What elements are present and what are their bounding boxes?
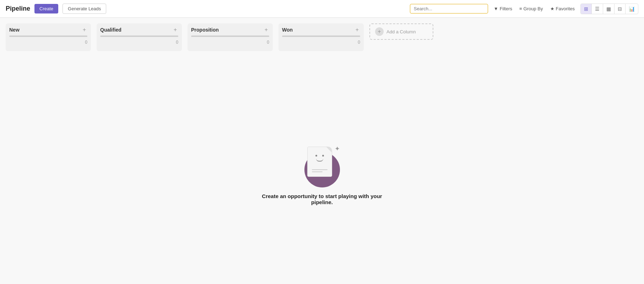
column-proposition-count: 0 <box>191 40 269 45</box>
column-won: Won + 0 <box>278 23 364 51</box>
group-by-label: Group By <box>524 6 543 11</box>
add-column-button[interactable]: + Add a Column <box>369 23 433 40</box>
column-new-header: New + <box>9 27 87 33</box>
column-new: New + 0 <box>6 23 91 51</box>
sparkle-icon: ✦ <box>335 145 340 153</box>
group-by-button[interactable]: ≡ Group By <box>516 4 546 13</box>
filters-button[interactable]: ▼ Filters <box>491 4 515 13</box>
empty-eyes <box>315 155 324 157</box>
topbar-right: ▼ Filters ≡ Group By ★ Favorites ⊞ ☰ ▦ <box>410 4 638 14</box>
empty-message: Create an opportunity to start playing w… <box>251 193 393 205</box>
generate-leads-button[interactable]: Generate Leads <box>63 4 106 14</box>
add-column-label: Add a Column <box>386 29 416 34</box>
filter-group: ▼ Filters ≡ Group By ★ Favorites <box>491 4 578 13</box>
column-proposition-title: Proposition <box>191 27 219 33</box>
main-content: New + 0 Qualified + 0 Proposition + <box>0 18 644 284</box>
empty-lines <box>312 169 328 172</box>
add-column-icon: + <box>375 27 384 36</box>
empty-line-1 <box>312 169 328 170</box>
create-button[interactable]: Create <box>34 4 58 13</box>
column-proposition-add-button[interactable]: + <box>263 27 269 33</box>
list-view-button[interactable]: ☰ <box>592 4 603 14</box>
topbar-left: Pipeline Create Generate Leads <box>6 4 106 14</box>
kanban-icon: ⊞ <box>584 6 588 12</box>
column-proposition-header: Proposition + <box>191 27 269 33</box>
empty-line-2 <box>312 171 323 172</box>
favorites-button[interactable]: ★ Favorites <box>547 4 578 13</box>
column-qualified-count: 0 <box>100 40 178 45</box>
empty-eye-right <box>322 155 324 157</box>
empty-doc <box>307 147 332 177</box>
group-icon: ≡ <box>519 6 522 11</box>
page-title: Pipeline <box>6 5 30 12</box>
empty-state: ✦ Create an opportunity to start playing… <box>251 145 393 205</box>
column-new-progress <box>9 36 87 37</box>
kanban-view-button[interactable]: ⊞ <box>581 4 592 14</box>
view-toggle: ⊞ ☰ ▦ ⊟ 📊 <box>580 4 638 14</box>
column-new-count: 0 <box>9 40 87 45</box>
pivot-icon: ⊟ <box>618 6 622 12</box>
column-qualified-add-button[interactable]: + <box>172 27 178 33</box>
filters-label: Filters <box>500 6 512 11</box>
column-won-title: Won <box>282 27 293 33</box>
empty-illustration: ✦ <box>301 145 343 187</box>
empty-face <box>308 155 332 162</box>
column-proposition-progress <box>191 36 269 37</box>
kanban-wrapper: New + 0 Qualified + 0 Proposition + <box>0 18 644 242</box>
column-won-progress <box>282 36 360 37</box>
empty-eye-left <box>315 155 317 157</box>
calendar-icon: ▦ <box>606 6 611 12</box>
graph-icon: 📊 <box>629 6 635 12</box>
list-icon: ☰ <box>595 6 600 12</box>
column-won-header: Won + <box>282 27 360 33</box>
filter-icon: ▼ <box>494 6 498 11</box>
search-input[interactable] <box>410 4 488 13</box>
column-won-add-button[interactable]: + <box>354 27 360 33</box>
column-new-title: New <box>9 27 20 33</box>
column-qualified-title: Qualified <box>100 27 121 33</box>
star-icon: ★ <box>550 6 554 11</box>
column-qualified: Qualified + 0 <box>97 23 182 51</box>
column-won-count: 0 <box>282 40 360 45</box>
column-proposition: Proposition + 0 <box>188 23 273 51</box>
favorites-label: Favorites <box>556 6 575 11</box>
topbar: Pipeline Create Generate Leads ▼ Filters… <box>0 0 644 18</box>
graph-view-button[interactable]: 📊 <box>626 4 638 14</box>
pivot-view-button[interactable]: ⊟ <box>615 4 626 14</box>
calendar-view-button[interactable]: ▦ <box>603 4 615 14</box>
column-new-add-button[interactable]: + <box>81 27 87 33</box>
empty-smile <box>316 159 323 162</box>
column-qualified-progress <box>100 36 178 37</box>
column-qualified-header: Qualified + <box>100 27 178 33</box>
